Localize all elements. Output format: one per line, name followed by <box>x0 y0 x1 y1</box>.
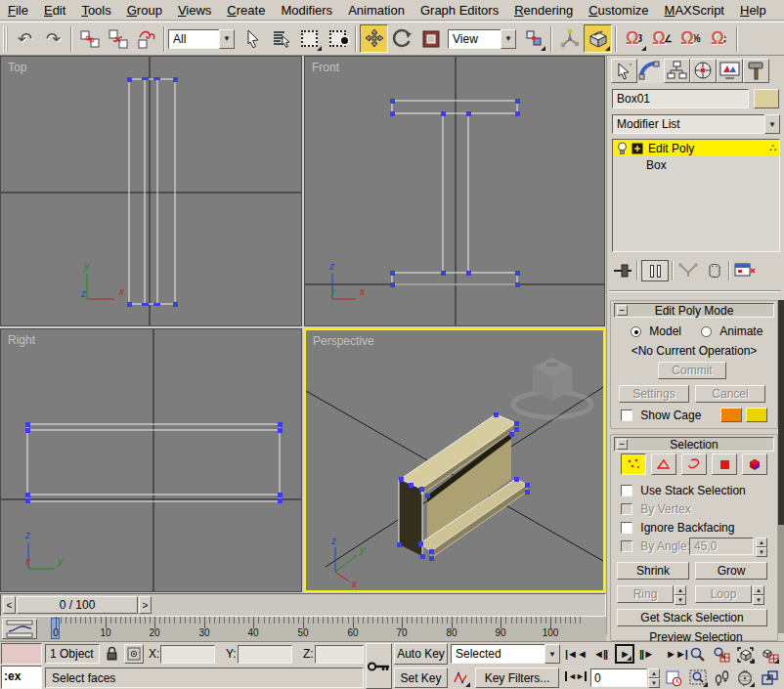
cage-selected-color-swatch[interactable] <box>746 408 767 422</box>
set-key-button[interactable]: Set Key <box>394 667 448 688</box>
menu-tools[interactable]: Tools <box>73 1 118 20</box>
select-by-name-button[interactable] <box>267 24 295 53</box>
menu-views[interactable]: Views <box>170 1 219 20</box>
viewport-front[interactable]: Front z y x <box>304 56 605 326</box>
rollout-edit-poly-mode-header[interactable]: − Edit Poly Mode <box>614 303 774 318</box>
by-angle-spinner[interactable]: ▲▼ <box>756 538 767 555</box>
reference-coordinate-dropdown[interactable]: View ▼ <box>448 29 516 49</box>
go-to-start-button[interactable]: |◄◄ <box>565 648 587 660</box>
make-unique-button[interactable] <box>676 262 700 280</box>
object-color-swatch[interactable] <box>754 89 779 108</box>
collapse-icon[interactable]: − <box>617 439 628 450</box>
select-and-manipulate-button[interactable] <box>555 24 584 53</box>
walk-through-button[interactable] <box>711 667 732 688</box>
frame-spinner[interactable]: ▲▼ <box>648 668 660 686</box>
spinner-up-icon[interactable]: ▲ <box>648 668 660 678</box>
loop-spinner[interactable]: ▲▼ <box>753 585 764 603</box>
current-frame-field[interactable] <box>590 668 647 687</box>
dropdown-arrow-icon[interactable]: ▼ <box>219 29 235 49</box>
time-configuration-button[interactable] <box>664 668 684 688</box>
toolbar-drag-handle[interactable] <box>3 26 8 52</box>
tab-create[interactable] <box>611 59 637 83</box>
arc-rotate-button[interactable] <box>734 667 756 688</box>
play-button[interactable]: ► <box>615 644 634 664</box>
checkbox-icon[interactable] <box>621 522 632 534</box>
absolute-offset-toggle[interactable] <box>124 644 144 664</box>
menu-file[interactable]: File <box>0 1 36 20</box>
select-and-rotate-button[interactable] <box>388 24 416 53</box>
polygon-mode-button[interactable] <box>712 453 737 475</box>
spinner-up-icon[interactable]: ▲ <box>675 585 686 595</box>
spinner-down-icon[interactable]: ▼ <box>756 547 767 557</box>
zoom-region-button[interactable] <box>687 667 709 688</box>
edge-mode-button[interactable] <box>651 453 676 475</box>
z-coordinate-field[interactable] <box>315 645 364 664</box>
menu-group[interactable]: Group <box>119 1 170 20</box>
tab-hierarchy[interactable] <box>664 59 690 83</box>
time-slider-next-button[interactable]: > <box>139 596 152 614</box>
model-radio[interactable]: Model <box>631 324 681 338</box>
vertex-mode-button[interactable] <box>621 453 646 475</box>
viewport-front-label[interactable]: Front <box>312 61 339 74</box>
key-filters-button[interactable]: Key Filters... <box>475 667 559 688</box>
checkbox-icon[interactable] <box>621 409 632 421</box>
default-in-out-tangent-button[interactable] <box>451 667 471 688</box>
undo-button[interactable]: ↶ <box>11 24 39 53</box>
key-mode-toggle[interactable]: ◄► <box>565 671 587 681</box>
ring-spinner[interactable]: ▲▼ <box>675 585 686 603</box>
ring-button[interactable]: Ring <box>617 585 674 603</box>
cancel-button[interactable]: Cancel <box>695 385 765 403</box>
show-cage-checkbox[interactable]: Show Cage <box>621 409 701 422</box>
spinner-down-icon[interactable]: ▼ <box>648 678 660 688</box>
viewport-top-canvas[interactable]: y z x <box>1 57 301 325</box>
border-mode-button[interactable] <box>681 453 707 475</box>
select-and-scale-button[interactable] <box>416 24 445 53</box>
menu-create[interactable]: Create <box>219 1 273 20</box>
viewport-right-label[interactable]: Right <box>8 333 35 347</box>
viewport-perspective-canvas[interactable]: z y x <box>306 330 603 590</box>
tab-motion[interactable] <box>690 59 717 83</box>
spinner-down-icon[interactable]: ▼ <box>753 595 764 605</box>
use-pivot-point-center-button[interactable] <box>519 24 547 53</box>
checkbox-icon[interactable] <box>621 503 632 515</box>
animate-radio[interactable]: Animate <box>701 324 762 338</box>
rollout-selection-header[interactable]: − Selection <box>614 437 774 452</box>
select-and-link-button[interactable] <box>75 24 104 53</box>
menu-maxscript[interactable]: MAXScript <box>657 1 732 20</box>
key-filter-dropdown[interactable]: Selected ▼ <box>451 644 560 664</box>
menu-animation[interactable]: Animation <box>340 1 413 20</box>
radio-on-icon[interactable] <box>631 326 641 337</box>
ibeam-mesh[interactable] <box>397 412 530 561</box>
settings-button[interactable]: Settings <box>619 385 689 403</box>
selection-lock-toggle[interactable] <box>102 644 121 664</box>
modifier-list-dropdown[interactable]: Modifier List ▼ <box>612 114 780 134</box>
set-keys-button[interactable] <box>366 643 392 689</box>
stack-item-box[interactable]: Box <box>613 156 779 173</box>
menu-help[interactable]: Help <box>732 1 774 20</box>
configure-modifier-sets-button[interactable] <box>733 261 757 280</box>
y-coordinate-field[interactable] <box>238 645 292 664</box>
grow-button[interactable]: Grow <box>695 562 767 580</box>
checkbox-icon[interactable] <box>621 540 632 552</box>
menu-edit[interactable]: Edit <box>36 1 73 20</box>
rectangular-selection-region-button[interactable] <box>295 24 324 53</box>
menu-modifiers[interactable]: Modifiers <box>273 1 340 20</box>
modifier-stack[interactable]: Edit Poly ∴ Box <box>612 139 780 252</box>
viewport-perspective[interactable]: Perspective <box>304 328 605 592</box>
panel-scrollbar[interactable] <box>778 300 784 633</box>
shrink-button[interactable]: Shrink <box>617 562 689 580</box>
menu-graph-editors[interactable]: Graph Editors <box>413 1 506 20</box>
menu-customize[interactable]: Customize <box>581 1 656 20</box>
dropdown-arrow-icon[interactable]: ▼ <box>764 114 780 134</box>
selection-filter-dropdown[interactable]: All ▼ <box>168 29 235 49</box>
x-coordinate-field[interactable] <box>160 645 215 664</box>
viewport-right[interactable]: Right z y x <box>0 328 302 592</box>
dropdown-arrow-icon[interactable]: ▼ <box>544 644 560 664</box>
object-name-field[interactable]: Box01 <box>612 89 749 108</box>
collapse-icon[interactable]: − <box>617 305 628 316</box>
snaps-toggle-button[interactable]: Ω3 <box>620 24 648 53</box>
commit-button[interactable]: Commit <box>658 362 726 379</box>
window-crossing-toggle[interactable] <box>324 24 352 53</box>
checkbox-icon[interactable] <box>621 485 632 496</box>
tab-modify[interactable] <box>637 59 664 83</box>
